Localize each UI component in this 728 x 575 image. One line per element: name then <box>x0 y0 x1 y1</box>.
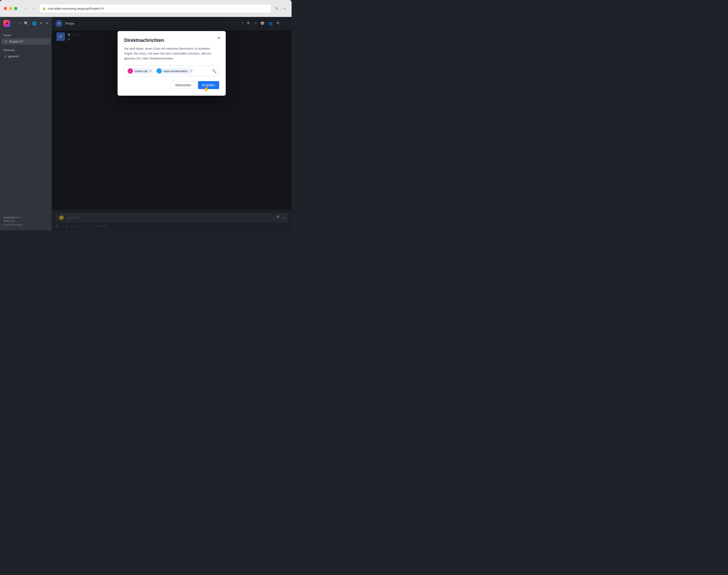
chip-label-maxi: maxi.mustermann <box>163 69 188 73</box>
chip-input-cursor[interactable] <box>196 69 196 73</box>
traffic-light-red[interactable] <box>4 7 7 10</box>
sidebar-item-general[interactable]: # general <box>1 53 50 60</box>
traffic-lights <box>4 7 18 10</box>
address-bar[interactable]: 🔒 chat.adbk-nuernberg.de/group/Projekt-X… <box>39 4 271 12</box>
edit-icon[interactable]: ✎ <box>45 21 48 26</box>
users-input-container[interactable]: r rocket.cat ✕ 🌐 maxi.mustermann ✕ 🔍 <box>124 66 219 76</box>
browser-chrome: ‹ › 🔒 chat.adbk-nuernberg.de/group/Proje… <box>0 0 292 17</box>
globe-icon[interactable]: 🌐 <box>32 21 37 26</box>
dialog-close-button[interactable]: ✕ <box>216 35 222 41</box>
team-icon: ⇄ <box>5 40 7 43</box>
user-chip-rocket-cat: r rocket.cat ✕ <box>127 68 154 74</box>
lock-icon: 🔒 <box>42 7 46 10</box>
dialog: ✕ Direktnachrichten Sie sind dabei, eine… <box>118 31 226 96</box>
footer-rest: der <box>15 216 20 219</box>
sidebar-footer: Akademie der Bildenden Künste Nürnberg <box>0 212 52 230</box>
dialog-title: Direktnachrichten <box>124 38 219 43</box>
search-icon[interactable]: 🔍 <box>24 21 29 26</box>
dialog-description: Sie sind dabei, einen Chat mit mehreren … <box>124 46 219 61</box>
footer-bold: Akademie <box>3 216 15 219</box>
app-logo: ✦ <box>3 20 10 27</box>
chip-label-rocket-cat: rocket.cat <box>134 69 147 73</box>
user-chip-maxi: 🌐 maxi.mustermann ✕ <box>156 68 194 74</box>
chip-search-icon: 🔍 <box>212 69 217 73</box>
back-button[interactable]: ‹ <box>22 5 29 12</box>
sidebar-header-icons: ⌂ 🔍 🌐 ≡ ✎ <box>18 21 48 26</box>
browser-actions: ↻ + <box>274 5 288 12</box>
cancel-button[interactable]: Abbrechen <box>171 81 196 89</box>
sidebar-item-label: Projekt XY <box>9 40 24 43</box>
chip-remove-rocket-cat[interactable]: ✕ <box>149 70 152 73</box>
chip-avatar-rocket-cat: r <box>128 68 133 74</box>
footer-line3: Künste Nürnberg <box>3 223 23 226</box>
home-icon[interactable]: ⌂ <box>18 21 21 26</box>
main-content: P Proje ℹ 🔍 # 💬 👥 🔍 ⋮ M M 10:43 H <box>52 17 292 230</box>
sidebar-header: ✦ ⌂ 🔍 🌐 ≡ ✎ <box>0 17 52 30</box>
sidebar: ✦ ⌂ 🔍 🌐 ≡ ✎ Teams ⇄ Projekt XY Channels … <box>0 17 52 230</box>
list-icon[interactable]: ≡ <box>40 21 42 26</box>
browser-nav: ‹ › <box>22 5 37 12</box>
traffic-light-green[interactable] <box>14 7 18 10</box>
create-button[interactable]: Erstellen <box>198 81 219 89</box>
footer-line2: Bildenden <box>3 219 15 223</box>
app-container: ✦ ⌂ 🔍 🌐 ≡ ✎ Teams ⇄ Projekt XY Channels … <box>0 17 292 230</box>
forward-button[interactable]: › <box>30 5 37 12</box>
add-tab-button[interactable]: + <box>281 5 288 12</box>
reload-button[interactable]: ↻ <box>274 5 280 12</box>
chip-remove-maxi[interactable]: ✕ <box>190 70 192 73</box>
chip-avatar-maxi: 🌐 <box>157 68 162 74</box>
url-text: chat.adbk-nuernberg.de/group/Projekt-XY <box>48 7 104 10</box>
sidebar-item-projekt-xy[interactable]: ⇄ Projekt XY <box>1 38 50 45</box>
traffic-light-yellow[interactable] <box>9 7 12 10</box>
channels-section-label: Channels <box>0 45 52 53</box>
dialog-actions: Abbrechen Erstellen <box>124 81 219 89</box>
teams-section-label: Teams <box>0 30 52 38</box>
sidebar-item-label: general <box>8 55 18 58</box>
hash-icon: # <box>5 55 6 58</box>
modal-overlay: ✕ Direktnachrichten Sie sind dabei, eine… <box>52 17 292 230</box>
